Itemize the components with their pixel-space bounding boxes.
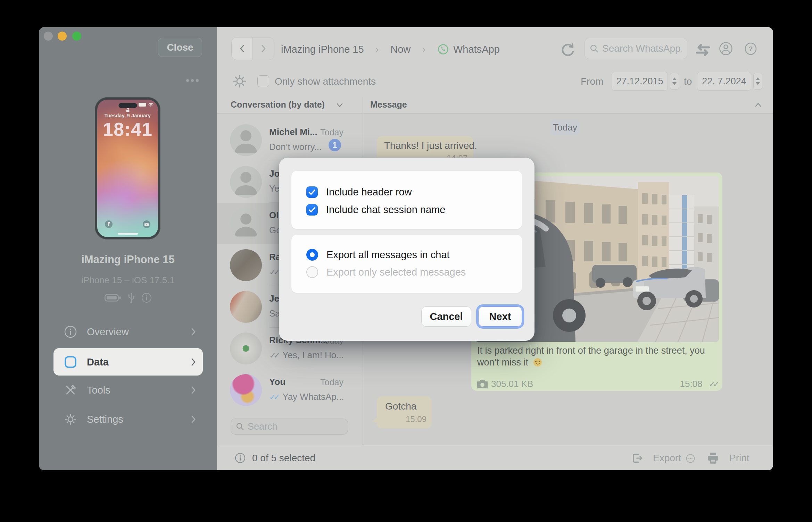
search-input[interactable] xyxy=(602,43,682,54)
message-text: Thanks! I just arrived. xyxy=(384,140,477,151)
conversation-column-header[interactable]: Conversation (by date) xyxy=(231,100,325,110)
back-button[interactable] xyxy=(232,37,253,60)
cancel-button[interactable]: Cancel xyxy=(421,306,471,327)
status-bar: 0 of 5 selected Export Print xyxy=(217,445,773,470)
device-status-icons xyxy=(39,292,217,303)
device-preview: Tuesday, 9 January 18:41 xyxy=(95,97,160,239)
home-indicator xyxy=(118,233,138,235)
conversation-preview: ✓✓Yes, I am! Ho... xyxy=(269,350,344,361)
lockscreen-date: Tuesday, 9 January xyxy=(97,113,158,118)
avatar xyxy=(230,208,262,239)
avatar xyxy=(230,249,262,281)
conversation-date: Today xyxy=(320,127,343,137)
from-date-field[interactable]: 27.12.2015 xyxy=(612,72,668,91)
toolbar-search[interactable] xyxy=(585,38,687,59)
attachments-label: Only show attachments xyxy=(275,76,376,87)
device-lockscreen: Tuesday, 9 January 18:41 xyxy=(97,100,158,237)
include-chat-session-name-option[interactable]: Include chat session name xyxy=(306,204,445,216)
conversation-row[interactable]: You Today ✓✓Yay WhatsAp... xyxy=(217,369,363,411)
photo-caption: It is parked right in front of the garag… xyxy=(477,345,716,368)
header-divider xyxy=(217,113,773,113)
print-button[interactable]: Print xyxy=(729,453,749,464)
avatar xyxy=(230,291,262,323)
sidebar-item-overview[interactable]: Overview xyxy=(39,318,217,346)
conversation-row[interactable]: Michel Mi... Today Don’t worry... 1 xyxy=(217,119,363,161)
traffic-light-minimize[interactable] xyxy=(58,32,67,41)
transfer-icon[interactable] xyxy=(695,43,711,57)
from-label: From xyxy=(581,76,603,87)
dynamic-island xyxy=(118,103,137,108)
unread-badge: 1 xyxy=(329,139,341,151)
sidebar-item-label: Overview xyxy=(87,326,129,338)
avatar xyxy=(230,124,262,156)
conversation-search[interactable] xyxy=(231,419,348,435)
conversation-date: Today xyxy=(320,377,343,387)
forward-button[interactable] xyxy=(253,37,274,60)
radio-selected-icon[interactable] xyxy=(306,249,318,261)
breadcrumb: iMazing iPhone 15 › Now › WhatsApp xyxy=(281,43,500,56)
view-settings-gear-icon[interactable] xyxy=(232,74,247,89)
search-icon xyxy=(590,44,599,53)
sidebar-item-label: Tools xyxy=(87,385,110,396)
chevron-down-icon[interactable] xyxy=(336,103,343,108)
sidebar-item-tools[interactable]: Tools xyxy=(39,376,217,404)
sidebar: Close Tuesday, 9 January 18:41 xyxy=(39,27,217,470)
include-options-group: Include header row Include chat session … xyxy=(291,171,522,229)
include-header-row-option[interactable]: Include header row xyxy=(306,186,412,198)
info-icon[interactable] xyxy=(141,293,152,303)
print-icon[interactable] xyxy=(706,452,720,465)
read-checks-icon: ✓✓ xyxy=(269,392,277,402)
more-options-icon[interactable] xyxy=(186,79,199,82)
export-options-icon[interactable] xyxy=(686,454,695,463)
attachments-checkbox[interactable] xyxy=(257,75,269,87)
breadcrumb-app[interactable]: WhatsApp xyxy=(453,44,500,55)
attachment-meta: 305.01 KB xyxy=(477,379,533,389)
export-selected-messages-option: Export only selected messages xyxy=(306,266,466,278)
chevron-right-icon xyxy=(191,415,196,423)
message-bubble-incoming[interactable]: Gotcha 15:09 xyxy=(377,396,432,428)
checkbox-checked-icon[interactable] xyxy=(306,186,318,198)
from-date-stepper[interactable] xyxy=(670,73,679,90)
lockscreen-time: 18:41 xyxy=(97,118,158,140)
to-date-stepper[interactable] xyxy=(753,73,762,90)
sidebar-item-label: Data xyxy=(87,356,109,368)
message-time: 15:08 ✓✓ xyxy=(680,379,717,389)
avatar xyxy=(230,374,262,406)
device-name: iMazing iPhone 15 xyxy=(39,253,217,266)
wifi-icon xyxy=(148,103,154,107)
breadcrumb-separator: › xyxy=(422,44,425,55)
avatar xyxy=(230,332,262,364)
conversation-search-input[interactable] xyxy=(248,421,343,432)
delivered-checks-icon: ✓✓ xyxy=(269,351,277,360)
to-date-field[interactable]: 22. 7.2024 xyxy=(697,72,751,91)
history-navigation xyxy=(231,37,274,60)
info-circle-icon xyxy=(64,325,77,338)
traffic-light-zoom[interactable] xyxy=(72,32,81,41)
svg-text:?: ? xyxy=(749,45,753,52)
option-label: Export only selected messages xyxy=(326,267,466,278)
traffic-light-close[interactable] xyxy=(44,32,53,41)
export-button[interactable]: Export xyxy=(653,453,681,464)
sidebar-item-settings[interactable]: Settings xyxy=(39,405,217,433)
delivered-checks-icon: ✓✓ xyxy=(269,267,277,277)
next-button[interactable]: Next xyxy=(478,306,522,327)
device-info: iPhone 15 – iOS 17.5.1 xyxy=(39,275,217,286)
refresh-icon[interactable] xyxy=(559,42,577,60)
gear-icon xyxy=(64,413,77,426)
camera-icon xyxy=(143,220,150,228)
breadcrumb-device[interactable]: iMazing iPhone 15 xyxy=(281,44,364,55)
export-icon[interactable] xyxy=(631,452,643,464)
breadcrumb-separator: › xyxy=(376,44,379,55)
help-icon[interactable]: ? xyxy=(744,42,757,56)
checkbox-checked-icon[interactable] xyxy=(306,204,318,216)
sidebar-item-data[interactable]: Data xyxy=(53,348,203,376)
conversation-preview: ✓✓Yay WhatsAp... xyxy=(269,392,344,402)
breadcrumb-snapshot[interactable]: Now xyxy=(390,44,411,55)
account-icon[interactable] xyxy=(719,41,733,56)
close-button[interactable]: Close xyxy=(158,38,202,57)
chevron-right-icon xyxy=(191,358,196,366)
delivered-checks-icon: ✓✓ xyxy=(709,379,717,389)
chevron-up-icon[interactable] xyxy=(755,102,762,107)
export-all-messages-option[interactable]: Export all messages in chat xyxy=(306,249,450,261)
message-column-header: Message xyxy=(370,100,407,110)
